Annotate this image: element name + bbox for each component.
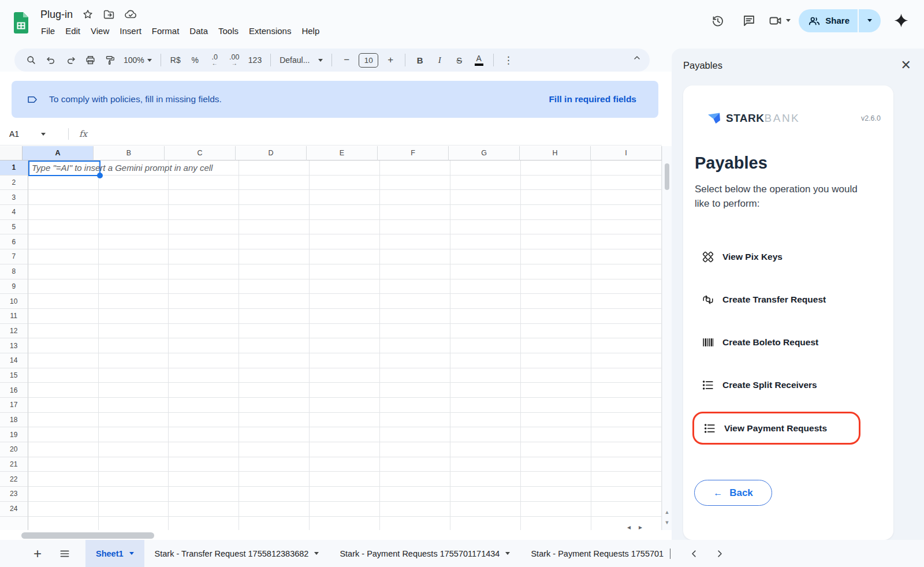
cell-B21[interactable] — [99, 457, 169, 472]
cell-I2[interactable] — [591, 176, 662, 191]
cell-B19[interactable] — [99, 427, 169, 442]
cell-F22[interactable] — [380, 472, 450, 487]
column-header-G[interactable]: G — [449, 146, 520, 161]
cell-B20[interactable] — [99, 442, 169, 457]
tabs-next-icon[interactable] — [714, 549, 725, 559]
cloud-saved-icon[interactable] — [124, 8, 137, 21]
italic-button[interactable]: I — [431, 51, 448, 69]
cell-H6[interactable] — [521, 234, 591, 249]
cell-C13[interactable] — [169, 338, 239, 353]
cell-I17[interactable] — [591, 398, 662, 413]
cell-D2[interactable] — [239, 176, 310, 191]
cell-D18[interactable] — [239, 413, 310, 428]
cell-F20[interactable] — [380, 442, 450, 457]
row-header-18[interactable]: 18 — [0, 413, 28, 428]
scroll-down-icon[interactable]: ▼ — [664, 520, 670, 525]
cell-E[interactable] — [310, 517, 380, 531]
name-box-caret-icon[interactable] — [41, 133, 46, 136]
scroll-up-icon[interactable]: ▲ — [664, 509, 670, 515]
cell-H19[interactable] — [521, 427, 591, 442]
cell-D11[interactable] — [239, 309, 310, 324]
font-select[interactable]: Defaul... — [277, 51, 326, 69]
cell-E14[interactable] — [310, 353, 380, 368]
cell-A14[interactable] — [28, 353, 99, 368]
cell-F[interactable] — [380, 517, 450, 531]
cell-D15[interactable] — [239, 368, 310, 383]
cell-D24[interactable] — [239, 502, 310, 517]
cell-D13[interactable] — [239, 338, 310, 353]
cell-G14[interactable] — [450, 353, 521, 368]
cell-D22[interactable] — [239, 472, 310, 487]
cell-H10[interactable] — [521, 294, 591, 309]
cell-D20[interactable] — [239, 442, 310, 457]
cell-E15[interactable] — [310, 368, 380, 383]
increase-font-size-button[interactable]: + — [382, 51, 399, 69]
cell-I1[interactable] — [591, 161, 662, 176]
cell-E24[interactable] — [310, 502, 380, 517]
text-color-button[interactable]: A — [470, 51, 487, 69]
tab-sheet1-caret-icon[interactable] — [129, 552, 134, 555]
row-header-7[interactable]: 7 — [0, 249, 28, 264]
cell-B13[interactable] — [99, 338, 169, 353]
paint-format-icon[interactable] — [101, 51, 118, 69]
row-header-14[interactable]: 14 — [0, 353, 28, 368]
cell-H12[interactable] — [521, 324, 591, 339]
add-sheet-button[interactable]: + — [33, 546, 42, 562]
bold-button[interactable]: B — [411, 51, 429, 69]
cell-F9[interactable] — [380, 279, 450, 294]
row-header-2[interactable]: 2 — [0, 176, 28, 191]
cell-E12[interactable] — [310, 324, 380, 339]
cell-E10[interactable] — [310, 294, 380, 309]
name-box[interactable]: A1 — [0, 129, 68, 139]
document-title[interactable]: Plug-in — [40, 9, 73, 21]
cell-B23[interactable] — [99, 487, 169, 502]
cell-E8[interactable] — [310, 264, 380, 279]
row-header-4[interactable]: 4 — [0, 205, 28, 220]
tab-sheet1[interactable]: Sheet1 — [85, 540, 144, 567]
undo-icon[interactable] — [42, 51, 59, 69]
cell-I13[interactable] — [591, 338, 662, 353]
cell-H18[interactable] — [521, 413, 591, 428]
cell-F15[interactable] — [380, 368, 450, 383]
move-folder-icon[interactable] — [103, 9, 115, 21]
cell-I5[interactable] — [591, 220, 662, 235]
cell-G24[interactable] — [450, 502, 521, 517]
cell-C21[interactable] — [169, 457, 239, 472]
cell-A6[interactable] — [28, 234, 99, 249]
cell-G6[interactable] — [450, 234, 521, 249]
share-button[interactable]: Share — [799, 9, 881, 32]
cell-A15[interactable] — [28, 368, 99, 383]
cell-D21[interactable] — [239, 457, 310, 472]
cell-C12[interactable] — [169, 324, 239, 339]
cell-F13[interactable] — [380, 338, 450, 353]
cell-F18[interactable] — [380, 413, 450, 428]
cell-I21[interactable] — [591, 457, 662, 472]
cell-E23[interactable] — [310, 487, 380, 502]
menu-insert[interactable]: Insert — [114, 24, 147, 38]
cell-G20[interactable] — [450, 442, 521, 457]
cell-I9[interactable] — [591, 279, 662, 294]
cell-B9[interactable] — [99, 279, 169, 294]
cell-E18[interactable] — [310, 413, 380, 428]
cell-B24[interactable] — [99, 502, 169, 517]
cell-D9[interactable] — [239, 279, 310, 294]
cell-G17[interactable] — [450, 398, 521, 413]
vertical-scrollbar-thumb[interactable] — [665, 163, 669, 190]
cell-I18[interactable] — [591, 413, 662, 428]
decrease-decimal-button[interactable]: .0← — [206, 51, 223, 69]
cell-A18[interactable] — [28, 413, 99, 428]
cell-B18[interactable] — [99, 413, 169, 428]
cell-A3[interactable] — [28, 190, 99, 205]
cell-B2[interactable] — [99, 176, 169, 191]
cell-A24[interactable] — [28, 502, 99, 517]
cell-F2[interactable] — [380, 176, 450, 191]
cell-C4[interactable] — [169, 205, 239, 220]
cell-A10[interactable] — [28, 294, 99, 309]
cell-E20[interactable] — [310, 442, 380, 457]
cell-A5[interactable] — [28, 220, 99, 235]
cell-C1[interactable] — [169, 161, 239, 176]
cell-B6[interactable] — [99, 234, 169, 249]
fill-handle[interactable] — [97, 173, 103, 178]
tab-stark-payment-requests-1[interactable]: Stark - Payment Requests 1755701171434 — [329, 540, 520, 567]
row-header-13[interactable]: 13 — [0, 338, 28, 353]
